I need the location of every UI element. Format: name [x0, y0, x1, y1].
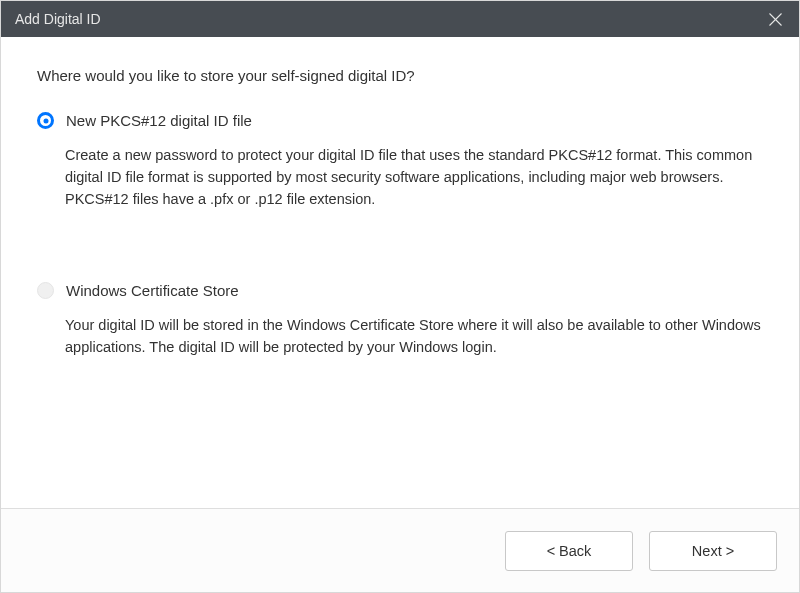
- close-icon: [769, 13, 782, 26]
- back-button[interactable]: < Back: [505, 531, 633, 571]
- close-button[interactable]: [751, 1, 799, 37]
- option-windows-store-label: Windows Certificate Store: [66, 282, 239, 299]
- next-button[interactable]: Next >: [649, 531, 777, 571]
- option-pkcs12-header[interactable]: New PKCS#12 digital ID file: [37, 112, 763, 129]
- radio-windows-store[interactable]: [37, 282, 54, 299]
- option-windows-store-description: Your digital ID will be stored in the Wi…: [37, 315, 763, 359]
- prompt-text: Where would you like to store your self-…: [37, 67, 763, 84]
- option-pkcs12-label: New PKCS#12 digital ID file: [66, 112, 252, 129]
- dialog-content: Where would you like to store your self-…: [1, 37, 799, 359]
- window-title: Add Digital ID: [15, 11, 101, 27]
- option-windows-store: Windows Certificate Store Your digital I…: [37, 282, 763, 359]
- option-windows-store-header[interactable]: Windows Certificate Store: [37, 282, 763, 299]
- titlebar: Add Digital ID: [1, 1, 799, 37]
- footer: < Back Next >: [1, 508, 799, 592]
- option-pkcs12-description: Create a new password to protect your di…: [37, 145, 763, 210]
- radio-pkcs12[interactable]: [37, 112, 54, 129]
- option-pkcs12: New PKCS#12 digital ID file Create a new…: [37, 112, 763, 210]
